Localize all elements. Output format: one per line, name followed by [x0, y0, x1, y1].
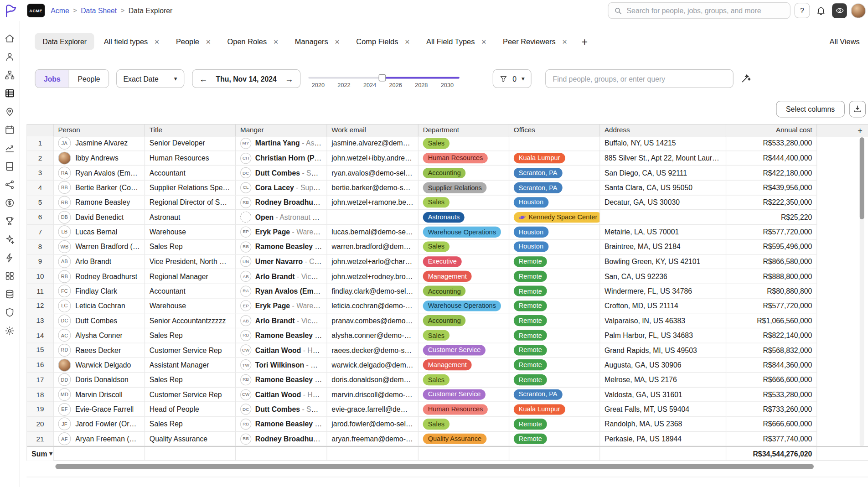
table-row[interactable]: 14 ACAlysha Conner Sales Rep RBRamone Be… [27, 328, 868, 343]
charthop-logo-icon[interactable] [3, 3, 18, 18]
manager-name[interactable]: Ramone Beasley [255, 243, 313, 251]
cell-offices[interactable]: Remote [509, 358, 600, 373]
manager-name[interactable]: Arlo Brandt [255, 316, 295, 325]
cell-email[interactable]: john.wetzel+rodney.broadhurst@charthop.c… [327, 269, 418, 284]
cell-email[interactable]: bertie.barker@demo-self-serve.com [327, 181, 418, 195]
cell-cost[interactable]: R$444,400,000 [726, 151, 817, 166]
cell-offices[interactable]: Remote [509, 417, 600, 431]
cell-manager[interactable]: ABArlo Brandt - Vice President, North Ea… [236, 314, 327, 328]
column-header-department[interactable]: Department [418, 124, 509, 137]
tab-all-field-types-5[interactable]: All Field Types× [426, 37, 486, 46]
sidebar-item-awards[interactable] [4, 215, 16, 226]
cell-manager[interactable]: EPEryk Page - Warehouse Foreperson [236, 299, 327, 313]
cell-person[interactable]: FCFindlay Clark [54, 284, 145, 299]
table-row[interactable]: 4 BBBertie Barker (Compensation Admin) S… [27, 181, 868, 195]
sidebar-item-magic[interactable] [4, 233, 16, 244]
cell-offices[interactable]: Houston [509, 240, 600, 254]
table-row[interactable]: 2 Ibby Andrews Human Resources CHChristi… [27, 151, 868, 166]
cell-department[interactable]: Warehouse Operations [418, 299, 509, 313]
cell-cost[interactable]: R$844,360,000 [726, 358, 817, 373]
table-row[interactable]: 18 MDMarvin Driscoll Customer Service Re… [27, 388, 868, 402]
date-mode-dropdown[interactable]: Exact Date ▾ [116, 69, 185, 88]
cell-offices[interactable]: Scranton, PA [509, 181, 600, 195]
cell-offices[interactable]: Houston [509, 195, 600, 210]
cell-cost[interactable]: R$577,720,000 [726, 225, 817, 239]
user-avatar[interactable] [851, 3, 866, 18]
cell-department[interactable]: Accounting [418, 166, 509, 181]
manager-name[interactable]: Cora Lacey [255, 183, 294, 192]
cell-department[interactable]: Executive [418, 254, 509, 269]
cell-cost[interactable]: R$533,280,000 [726, 388, 817, 402]
cell-address[interactable]: Santa Clara, CA, US 95050 [600, 181, 726, 195]
cell-title[interactable]: Senior Accountantzzzzz [145, 314, 236, 328]
manager-name[interactable]: Open [255, 213, 274, 221]
cell-address[interactable]: Valparaiso, IN, US 46383 [600, 314, 726, 328]
cell-person[interactable]: DCDutt Combes [54, 314, 145, 328]
close-icon[interactable]: × [274, 37, 279, 46]
cell-person[interactable]: BBBertie Barker (Compensation Admin) [54, 181, 145, 195]
cell-person[interactable]: EFEvie-Grace Farrell [54, 402, 145, 417]
column-header-title[interactable]: Title [145, 124, 236, 137]
cell-offices[interactable]: Remote [509, 343, 600, 357]
cell-department[interactable]: Warehouse Operations [418, 225, 509, 239]
tab-all-field-types-0[interactable]: All field types× [104, 37, 160, 46]
cell-title[interactable]: Human Resources [145, 151, 236, 166]
next-date-button[interactable]: → [285, 74, 293, 83]
close-icon[interactable]: × [481, 37, 486, 46]
cell-department[interactable]: Quality Assurance [418, 432, 509, 446]
cell-cost[interactable]: R$25,220 [726, 210, 817, 225]
cell-department[interactable]: Management [418, 269, 509, 284]
manager-name[interactable]: Rodney Broadhurst [255, 198, 322, 207]
cell-person[interactable]: MDMarvin Driscoll [54, 388, 145, 402]
cell-manager[interactable]: CLCora Lacey - Supplier Relations Manage… [236, 181, 327, 195]
cell-title[interactable]: Head of People [145, 402, 236, 417]
help-button[interactable]: ? [795, 3, 810, 18]
cell-title[interactable]: Sales Rep [145, 417, 236, 431]
sidebar-item-settings[interactable] [4, 325, 16, 336]
cell-department[interactable]: Accounting [418, 314, 509, 328]
cell-cost[interactable]: R$439,956,000 [726, 181, 817, 195]
cell-address[interactable]: Melrose, MA, US 2176 [600, 373, 726, 387]
cell-title[interactable]: Vice President, North East Region [145, 254, 236, 269]
cell-address[interactable]: San Diego, CA, US 92111 [600, 166, 726, 181]
cell-address[interactable]: Metairie, LA, US 70001 [600, 225, 726, 239]
cell-person[interactable]: Warwick Delgado [54, 358, 145, 373]
cell-address[interactable]: Great Falls, MT, US 59404 [600, 402, 726, 417]
sidebar-item-connections[interactable] [4, 179, 16, 190]
cell-offices[interactable]: Scranton, PA [509, 166, 600, 181]
cell-manager[interactable]: DCDutt Combes - Senior Accountantzzzzz [236, 166, 327, 181]
cell-manager[interactable]: ABArlo Brandt - Vice President, North Ea… [236, 269, 327, 284]
horizontal-scrollbar-thumb[interactable] [55, 464, 814, 469]
cell-title[interactable]: Senior Developer [145, 136, 236, 151]
breadcrumb-data-sheet[interactable]: Data Sheet [81, 6, 117, 15]
manager-name[interactable]: Arlo Brandt [255, 272, 295, 280]
cell-cost[interactable]: R$666,600,000 [726, 373, 817, 387]
cell-manager[interactable]: RBRodney Broadhurst - Regional Manager [236, 432, 327, 446]
toggle-people[interactable]: People [69, 70, 108, 88]
cell-manager[interactable]: TWTori Wilkinson - Office Manager [236, 358, 327, 373]
cell-person[interactable]: JFJarod Fowler (Org Editor) [54, 417, 145, 431]
table-row[interactable]: 12 LCLeticia Cochran Warehouse EPEryk Pa… [27, 299, 868, 313]
sidebar-item-maps[interactable] [4, 106, 16, 117]
ai-query-button[interactable] [740, 73, 751, 84]
cell-email[interactable]: aryan.freeman@demo-self-serve.com [327, 432, 418, 446]
cell-title[interactable]: Warehouse [145, 225, 236, 239]
cell-address[interactable]: Perkasie, PA, US 18944 [600, 432, 726, 446]
sidebar-item-security[interactable] [4, 307, 16, 318]
add-view-button[interactable]: + [581, 36, 587, 47]
table-row[interactable]: 5 RBRamone Beasley Regional Director of … [27, 195, 868, 210]
cell-address[interactable]: Crofton, MD, US 21114 [600, 299, 726, 313]
manager-name[interactable]: Caitlan Wood [255, 390, 301, 399]
cell-address[interactable]: Buffalo, NY, US 14215 [600, 136, 726, 151]
cell-manager[interactable]: RBRamone Beasley - Regional Director of … [236, 417, 327, 431]
table-row[interactable]: 13 DCDutt Combes Senior Accountantzzzzz … [27, 314, 868, 328]
tab-comp-fields-4[interactable]: Comp Fields× [356, 37, 409, 46]
cell-address[interactable]: Valdosta, GA, US 31601 [600, 388, 726, 402]
cell-email[interactable]: john.wetzel+ramone.beasley@charthop.com [327, 195, 418, 210]
cell-title[interactable]: Regional Manager [145, 269, 236, 284]
cell-email[interactable]: john.wetzel+arlo@charhop.com [327, 254, 418, 269]
cell-department[interactable]: Customer Service [418, 388, 509, 402]
cell-email[interactable]: evie-grace.farrell@demo-self-serve.com [327, 402, 418, 417]
cell-title[interactable]: Sales Rep [145, 373, 236, 387]
org-badge[interactable]: ACME [27, 4, 45, 17]
